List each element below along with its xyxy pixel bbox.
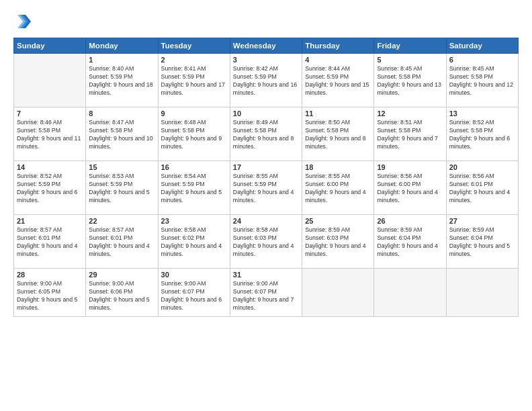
day-info: Sunrise: 8:57 AMSunset: 6:01 PMDaylight:… [17,226,83,259]
day-info: Sunrise: 8:59 AMSunset: 6:04 PMDaylight:… [377,226,443,259]
day-number: 2 [161,56,227,64]
weekday-header: Tuesday [158,38,230,54]
day-info: Sunrise: 9:00 AMSunset: 6:07 PMDaylight:… [161,280,227,312]
calendar-day-cell: 28Sunrise: 9:00 AMSunset: 6:05 PMDayligh… [14,269,86,317]
calendar-day-cell: 15Sunrise: 8:53 AMSunset: 5:59 PMDayligh… [86,161,158,215]
day-info: Sunrise: 8:41 AMSunset: 5:59 PMDaylight:… [161,65,227,97]
day-info: Sunrise: 9:00 AMSunset: 6:07 PMDaylight:… [233,280,299,312]
day-info: Sunrise: 8:56 AMSunset: 6:01 PMDaylight:… [449,173,515,205]
calendar-day-cell: 18Sunrise: 8:55 AMSunset: 6:00 PMDayligh… [302,161,374,215]
day-number: 25 [305,217,371,225]
day-number: 17 [233,163,299,171]
logo [13,12,34,31]
day-info: Sunrise: 8:52 AMSunset: 5:58 PMDaylight:… [449,119,515,151]
calendar-day-cell: 31Sunrise: 9:00 AMSunset: 6:07 PMDayligh… [230,269,302,317]
day-info: Sunrise: 8:50 AMSunset: 5:58 PMDaylight:… [305,119,371,151]
day-number: 15 [89,163,154,171]
calendar-day-cell: 16Sunrise: 8:54 AMSunset: 5:59 PMDayligh… [158,161,230,215]
calendar-day-cell: 10Sunrise: 8:49 AMSunset: 5:58 PMDayligh… [230,107,302,161]
calendar-day-cell [302,269,374,317]
calendar-day-cell: 13Sunrise: 8:52 AMSunset: 5:58 PMDayligh… [446,107,518,161]
day-info: Sunrise: 8:54 AMSunset: 5:59 PMDaylight:… [161,173,227,205]
calendar-week-row: 21Sunrise: 8:57 AMSunset: 6:01 PMDayligh… [14,215,519,269]
day-info: Sunrise: 8:44 AMSunset: 5:59 PMDaylight:… [305,65,371,97]
calendar-day-cell: 1Sunrise: 8:40 AMSunset: 5:59 PMDaylight… [86,54,158,107]
calendar-day-cell: 26Sunrise: 8:59 AMSunset: 6:04 PMDayligh… [374,215,446,269]
day-number: 29 [89,271,154,279]
calendar-day-cell: 25Sunrise: 8:59 AMSunset: 6:03 PMDayligh… [302,215,374,269]
day-number: 9 [161,109,227,118]
calendar-week-row: 1Sunrise: 8:40 AMSunset: 5:59 PMDaylight… [14,54,519,107]
day-number: 30 [161,271,227,279]
header [13,12,519,31]
day-number: 31 [233,271,299,279]
calendar-day-cell [374,269,446,317]
day-info: Sunrise: 8:59 AMSunset: 6:03 PMDaylight:… [305,226,371,259]
day-number: 16 [161,163,227,171]
day-number: 7 [17,109,83,118]
calendar-day-cell: 30Sunrise: 9:00 AMSunset: 6:07 PMDayligh… [158,269,230,317]
day-info: Sunrise: 8:52 AMSunset: 5:59 PMDaylight:… [17,173,83,205]
calendar-day-cell: 17Sunrise: 8:55 AMSunset: 5:59 PMDayligh… [230,161,302,215]
day-number: 23 [161,217,227,225]
calendar-day-cell: 4Sunrise: 8:44 AMSunset: 5:59 PMDaylight… [302,54,374,107]
day-info: Sunrise: 8:47 AMSunset: 5:58 PMDaylight:… [89,119,154,151]
day-info: Sunrise: 8:45 AMSunset: 5:58 PMDaylight:… [377,65,443,97]
calendar-day-cell: 5Sunrise: 8:45 AMSunset: 5:58 PMDaylight… [374,54,446,107]
calendar-day-cell: 14Sunrise: 8:52 AMSunset: 5:59 PMDayligh… [14,161,86,215]
day-number: 12 [377,109,443,118]
calendar-day-cell: 22Sunrise: 8:57 AMSunset: 6:01 PMDayligh… [86,215,158,269]
weekday-header-row: SundayMondayTuesdayWednesdayThursdayFrid… [14,38,519,54]
day-number: 14 [17,163,83,171]
day-info: Sunrise: 8:48 AMSunset: 5:58 PMDaylight:… [161,119,227,151]
calendar-day-cell: 9Sunrise: 8:48 AMSunset: 5:58 PMDaylight… [158,107,230,161]
day-info: Sunrise: 8:49 AMSunset: 5:58 PMDaylight:… [233,119,299,151]
calendar-day-cell: 24Sunrise: 8:58 AMSunset: 6:03 PMDayligh… [230,215,302,269]
day-info: Sunrise: 8:58 AMSunset: 6:03 PMDaylight:… [233,226,299,259]
day-number: 28 [17,271,83,279]
weekday-header: Saturday [446,38,518,54]
day-info: Sunrise: 8:53 AMSunset: 5:59 PMDaylight:… [89,173,154,205]
calendar-day-cell: 23Sunrise: 8:58 AMSunset: 6:02 PMDayligh… [158,215,230,269]
calendar-day-cell: 2Sunrise: 8:41 AMSunset: 5:59 PMDaylight… [158,54,230,107]
day-info: Sunrise: 8:51 AMSunset: 5:58 PMDaylight:… [377,119,443,151]
calendar-week-row: 14Sunrise: 8:52 AMSunset: 5:59 PMDayligh… [14,161,519,215]
day-info: Sunrise: 8:55 AMSunset: 5:59 PMDaylight:… [233,173,299,205]
day-info: Sunrise: 8:40 AMSunset: 5:59 PMDaylight:… [89,65,154,97]
day-info: Sunrise: 8:55 AMSunset: 6:00 PMDaylight:… [305,173,371,205]
calendar-day-cell: 29Sunrise: 9:00 AMSunset: 6:06 PMDayligh… [86,269,158,317]
day-info: Sunrise: 8:45 AMSunset: 5:58 PMDaylight:… [449,65,515,97]
day-number: 21 [17,217,83,225]
day-info: Sunrise: 8:46 AMSunset: 5:58 PMDaylight:… [17,119,83,151]
day-number: 4 [305,56,371,64]
calendar-day-cell: 21Sunrise: 8:57 AMSunset: 6:01 PMDayligh… [14,215,86,269]
logo-icon [13,12,32,31]
calendar-week-row: 28Sunrise: 9:00 AMSunset: 6:05 PMDayligh… [14,269,519,317]
calendar-week-row: 7Sunrise: 8:46 AMSunset: 5:58 PMDaylight… [14,107,519,161]
calendar-day-cell [14,54,86,107]
day-number: 13 [449,109,515,118]
calendar-day-cell [446,269,518,317]
day-number: 19 [377,163,443,171]
calendar-day-cell: 11Sunrise: 8:50 AMSunset: 5:58 PMDayligh… [302,107,374,161]
day-number: 10 [233,109,299,118]
calendar-day-cell: 19Sunrise: 8:56 AMSunset: 6:00 PMDayligh… [374,161,446,215]
weekday-header: Friday [374,38,446,54]
day-number: 6 [449,56,515,64]
calendar-day-cell: 3Sunrise: 8:42 AMSunset: 5:59 PMDaylight… [230,54,302,107]
day-info: Sunrise: 9:00 AMSunset: 6:05 PMDaylight:… [17,280,83,312]
calendar-day-cell: 27Sunrise: 8:59 AMSunset: 6:04 PMDayligh… [446,215,518,269]
calendar-day-cell: 8Sunrise: 8:47 AMSunset: 5:58 PMDaylight… [86,107,158,161]
calendar-day-cell: 12Sunrise: 8:51 AMSunset: 5:58 PMDayligh… [374,107,446,161]
calendar-day-cell: 6Sunrise: 8:45 AMSunset: 5:58 PMDaylight… [446,54,518,107]
weekday-header: Wednesday [230,38,302,54]
calendar-table: SundayMondayTuesdayWednesdayThursdayFrid… [13,38,519,317]
day-number: 20 [449,163,515,171]
page: SundayMondayTuesdayWednesdayThursdayFrid… [0,0,532,411]
day-number: 18 [305,163,371,171]
calendar-day-cell: 20Sunrise: 8:56 AMSunset: 6:01 PMDayligh… [446,161,518,215]
weekday-header: Thursday [302,38,374,54]
day-info: Sunrise: 8:56 AMSunset: 6:00 PMDaylight:… [377,173,443,205]
day-number: 8 [89,109,154,118]
day-number: 1 [89,56,154,64]
